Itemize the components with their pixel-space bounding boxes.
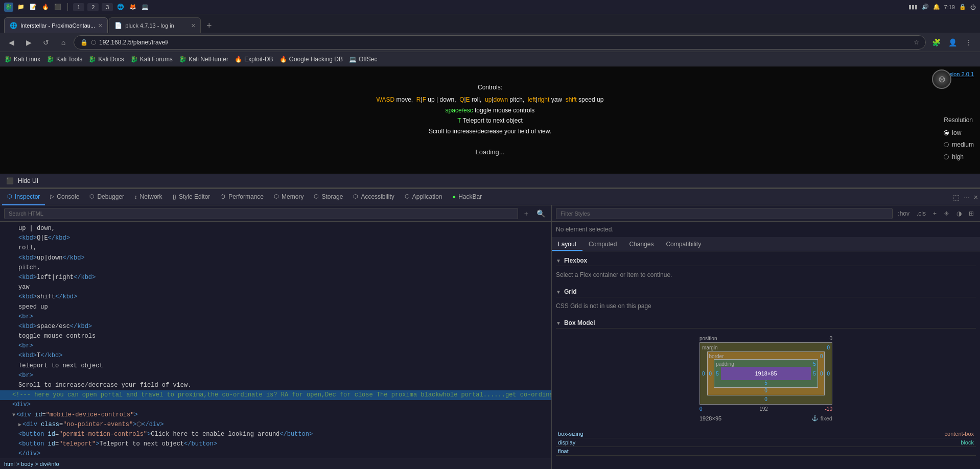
position-label: position — [699, 336, 717, 341]
devtools-overflow-icon[interactable]: ··· — [964, 193, 970, 201]
css-filter-input[interactable] — [556, 208, 893, 219]
sync-icon[interactable]: 👤 — [945, 35, 960, 50]
triangle-20[interactable] — [18, 422, 21, 428]
bookmark-kali-linux[interactable]: 🐉 Kali Linux — [4, 56, 40, 63]
box-model-visual: position 0 margin 0 0 — [699, 336, 832, 421]
kali-docs-favicon: 🐉 — [88, 56, 96, 63]
bookmark-kali-forums[interactable]: 🐉 Kali Forums — [130, 56, 173, 63]
devtools-tab-hackbar[interactable]: ● HackBar — [448, 189, 487, 205]
bookmark-kali-docs[interactable]: 🐉 Kali Docs — [88, 56, 124, 63]
html-comment-line[interactable]: <!--- here you can open portal and trave… — [0, 390, 551, 400]
terminal-taskbar-icon[interactable]: 💻 — [141, 3, 150, 12]
power-icon: ⏻ — [970, 4, 976, 10]
bookmark-star[interactable]: ☆ — [914, 39, 919, 46]
devtools-dock-icon[interactable]: ⬚ — [953, 193, 960, 201]
css-cls-btn[interactable]: .cls — [915, 209, 928, 218]
menu-button[interactable]: ⋮ — [962, 35, 976, 50]
os-bar-right: ▮▮▮ 🔊 🔔 7:19 🔒 ⏻ — [908, 4, 976, 10]
dimensions-row: 1928×95 ⚓ fixed — [699, 415, 832, 421]
border-row: border 0 — [709, 354, 823, 359]
prop-display-val[interactable]: block — [961, 439, 974, 445]
css-dark-scheme-btn[interactable]: ◑ — [954, 209, 964, 218]
css-add-rule-btn[interactable]: + — [931, 209, 939, 218]
radio-low[interactable] — [944, 130, 949, 135]
bookmark-offsec[interactable]: 💻 OffSec — [349, 56, 377, 63]
html-pick-element-btn[interactable]: 🔍 — [534, 208, 547, 219]
resolution-high[interactable]: high — [944, 152, 974, 162]
burp-icon[interactable]: 🔥 — [41, 3, 50, 12]
margin-right: 0 — [827, 371, 830, 377]
devtools-tab-style-editor[interactable]: {} Style Editor — [168, 189, 216, 205]
html-content[interactable]: up | down, <kbd>Q|E</kbd> roll, <kbd>up|… — [0, 222, 551, 458]
resolution-low[interactable]: low — [944, 128, 974, 138]
css-hov-btn[interactable]: :hov — [896, 209, 912, 218]
devtools-tab-debugger[interactable]: ⬡ Debugger — [84, 189, 129, 205]
hide-ui-label[interactable]: Hide UI — [18, 177, 38, 184]
devtools-tab-storage[interactable]: ⬡ Storage — [309, 189, 348, 205]
lock-icon: 🔒 — [959, 4, 966, 10]
resolution-medium[interactable]: medium — [944, 139, 974, 150]
new-tab-button[interactable]: + — [202, 18, 216, 33]
taskbar-2[interactable]: 2 — [87, 3, 99, 11]
css-subtab-computed[interactable]: Computed — [582, 239, 623, 251]
prop-box-sizing-name: box-sizing — [558, 431, 584, 437]
devtools-tab-performance[interactable]: ⏱ Performance — [215, 189, 269, 205]
address-bar[interactable]: 🔒 ⬡ 192.168.2.5/planet/travel/ ☆ — [74, 35, 926, 50]
tab-0-close[interactable]: × — [98, 21, 102, 30]
bookmark-kali-tools[interactable]: 🐉 Kali Tools — [46, 56, 82, 63]
terminal-icon[interactable]: ⬛ — [53, 3, 62, 12]
os-bar: 🐉 📁 📝 🔥 ⬛ 1 2 3 🌐 🦊 💻 ▮▮▮ 🔊 🔔 7:19 🔒 ⏻ — [0, 0, 980, 14]
taskbar-1[interactable]: 1 — [73, 3, 84, 11]
devtools-tab-memory[interactable]: ⬡ Memory — [269, 189, 309, 205]
debugger-icon: ⬡ — [89, 193, 95, 200]
grid-header[interactable]: ▼ Grid — [556, 287, 976, 297]
devtools-tab-console[interactable]: ▷ Console — [45, 189, 84, 205]
devtools-tab-network[interactable]: ↕ Network — [129, 189, 168, 205]
radio-high[interactable] — [944, 154, 949, 159]
devtools-right-icons: ⬚ ··· × — [953, 193, 978, 201]
text-editor-icon[interactable]: 📝 — [29, 3, 38, 12]
radio-medium[interactable] — [944, 142, 949, 147]
html-add-node-btn[interactable]: + — [522, 208, 530, 219]
html-line-18: <div> — [0, 400, 551, 410]
grid-toggle[interactable]: ▼ — [556, 289, 561, 295]
html-search-input[interactable] — [4, 208, 518, 219]
hackbar-icon: ● — [453, 194, 456, 200]
prop-box-sizing-val[interactable]: content-box — [945, 431, 974, 437]
chrome-taskbar-icon[interactable]: 🌐 — [116, 3, 125, 12]
address-text[interactable]: 192.168.2.5/planet/travel/ — [99, 39, 911, 46]
devtools-tab-application[interactable]: ⬡ Application — [400, 189, 448, 205]
refresh-button[interactable]: ↺ — [39, 35, 53, 50]
triangle-19[interactable] — [12, 412, 15, 418]
css-subtab-layout[interactable]: Layout — [552, 239, 582, 251]
devtools-close-icon[interactable]: × — [974, 193, 978, 201]
time-display: 7:19 — [944, 4, 955, 10]
devtools-tab-accessibility[interactable]: ⬡ Accessibility — [348, 189, 399, 205]
box-model-toggle[interactable]: ▼ — [556, 320, 561, 326]
box-model-header[interactable]: ▼ Box Model — [556, 318, 976, 329]
bookmark-kali-nethunter[interactable]: 🐉 Kali NetHunter — [179, 56, 228, 63]
css-light-scheme-btn[interactable]: ☀ — [942, 209, 951, 218]
tab-0[interactable]: 🌐 Interstellar - ProximaCentau... × — [4, 17, 108, 33]
tab-1-close[interactable]: × — [191, 21, 195, 30]
bookmark-exploitdb[interactable]: 🔥 Exploit-DB — [235, 56, 273, 63]
back-button[interactable]: ◀ — [4, 35, 18, 50]
flexbox-header[interactable]: ▼ Flexbox — [556, 255, 976, 266]
devtools-tab-inspector[interactable]: ⬡ Inspector — [2, 189, 45, 205]
extensions-icon[interactable]: 🧩 — [929, 35, 943, 50]
css-print-btn[interactable]: ⊞ — [967, 209, 976, 218]
firefox-taskbar-icon[interactable]: 🦊 — [128, 3, 137, 12]
exploitdb-favicon: 🔥 — [235, 56, 242, 63]
file-manager-icon[interactable]: 📁 — [16, 3, 26, 12]
kali-icon[interactable]: 🐉 — [4, 3, 13, 12]
css-subtab-compatibility[interactable]: Compatibility — [660, 239, 707, 251]
forward-button[interactable]: ▶ — [21, 35, 36, 50]
fixed-container: ⚓ fixed — [811, 415, 832, 421]
flexbox-toggle[interactable]: ▼ — [556, 258, 561, 264]
bookmark-ghdb[interactable]: 🔥 Google Hacking DB — [279, 56, 343, 63]
css-subtab-changes[interactable]: Changes — [623, 239, 660, 251]
taskbar-3[interactable]: 3 — [102, 3, 113, 11]
tab-1[interactable]: 📄 pluck 4.7.13 - log in × — [109, 17, 201, 33]
home-button[interactable]: ⌂ — [56, 35, 71, 50]
ghdb-label: Google Hacking DB — [289, 56, 343, 63]
